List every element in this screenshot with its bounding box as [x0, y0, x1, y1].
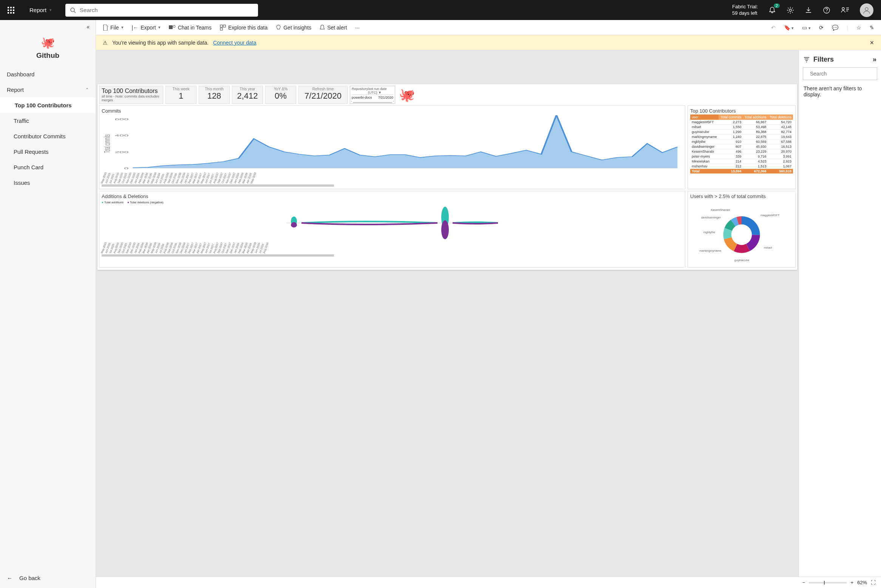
help-button[interactable]	[823, 6, 830, 14]
kpi-yoy[interactable]: YoY Δ%0%	[265, 86, 296, 104]
report-toolbar: File▾ |←Export▾ Chat in Teams Explore th…	[96, 20, 881, 35]
app-name: Github	[0, 51, 96, 60]
more-menu[interactable]: ···	[355, 25, 360, 31]
nav-issues[interactable]: Issues	[0, 175, 96, 190]
explore-icon	[220, 25, 226, 31]
svg-rect-7	[169, 25, 173, 29]
chevron-up-icon: ⌃	[85, 87, 89, 92]
banner-text: You're viewing this app with sample data…	[112, 40, 209, 46]
svg-point-5	[842, 8, 844, 10]
refresh-button[interactable]: ⟳	[819, 25, 824, 31]
back-arrow-icon: ←	[7, 575, 12, 581]
kpi-refresh[interactable]: Refresh time7/21/2020	[298, 86, 348, 104]
app-launcher-icon[interactable]	[8, 7, 14, 14]
filters-empty-message: There aren't any filters to display.	[803, 80, 877, 103]
svg-text:mgblythe: mgblythe	[703, 231, 716, 234]
download-button[interactable]	[805, 6, 812, 14]
svg-point-19	[291, 222, 297, 227]
get-insights-button[interactable]: Get insights	[276, 25, 311, 31]
chat-teams-button[interactable]: Chat in Teams	[169, 25, 212, 31]
filters-search-input[interactable]	[810, 71, 876, 77]
feedback-button[interactable]	[841, 6, 849, 14]
svg-rect-10	[223, 25, 226, 27]
collapse-nav-icon[interactable]: «	[87, 24, 90, 30]
svg-text:0: 0	[124, 167, 128, 170]
users-donut-chart[interactable]: Users with > 2.5% of total commits maggi…	[688, 191, 796, 268]
svg-text:mihart: mihart	[764, 246, 772, 249]
kpi-this-year[interactable]: This year2,412	[232, 86, 263, 104]
zoom-out-button[interactable]: −	[802, 580, 805, 585]
filters-search[interactable]	[803, 67, 877, 80]
nav-traffic[interactable]: Traffic	[0, 113, 96, 128]
filters-title: Filters	[813, 56, 834, 63]
search-icon	[70, 7, 76, 13]
warning-icon: ⚠	[103, 40, 108, 46]
kpi-this-month[interactable]: This month128	[199, 86, 230, 104]
filter-icon	[804, 57, 810, 62]
commits-chart[interactable]: Commits 0200400600Total commits May-2015…	[99, 105, 685, 189]
set-alert-button[interactable]: Set alert	[320, 25, 347, 31]
nav-top-100[interactable]: Top 100 Contributors	[0, 97, 96, 113]
nav-punch-card[interactable]: Punch Card	[0, 159, 96, 175]
zoom-footer: − + 62% ⛶	[96, 577, 881, 588]
chevron-down-icon: ▾	[49, 8, 52, 12]
report-title-tile: Top 100 Contributors all time - Note: co…	[99, 86, 163, 104]
sample-data-banner: ⚠ You're viewing this app with sample da…	[96, 35, 881, 50]
nav-dashboard[interactable]: Dashboard	[0, 67, 96, 82]
top-bar: Report ▾ Fabric Trial: 59 days left 2	[0, 0, 881, 20]
fit-to-page-button[interactable]: ⛶	[871, 580, 876, 585]
notifications-button[interactable]: 2	[768, 6, 776, 14]
view-button[interactable]: ▭ ▾	[802, 25, 811, 31]
favorite-button[interactable]: ☆	[856, 25, 861, 31]
avatar-icon	[862, 6, 871, 14]
kpi-this-week[interactable]: This week1	[165, 86, 196, 104]
gear-icon	[787, 6, 794, 14]
download-icon	[805, 6, 812, 14]
workspace-dropdown[interactable]: Report ▾	[29, 7, 52, 13]
go-back-button[interactable]: ← Go back	[0, 568, 96, 588]
svg-point-8	[173, 25, 175, 28]
file-menu[interactable]: File▾	[103, 25, 124, 31]
nav-report[interactable]: Report ⌃	[0, 82, 96, 97]
help-icon	[823, 6, 830, 14]
svg-text:Total commits: Total commits	[102, 135, 112, 153]
repo-slicer[interactable]: Repositorylast run date (UTC) ▼ powerbi-…	[350, 86, 395, 104]
search-input[interactable]	[80, 7, 253, 13]
app-header: 🐙 Github	[0, 34, 96, 67]
close-banner-icon[interactable]: ✕	[870, 40, 874, 46]
nav-pull-requests[interactable]: Pull Requests	[0, 144, 96, 159]
svg-text:KesemSharabi: KesemSharabi	[711, 208, 730, 212]
explore-data-button[interactable]: Explore this data	[220, 25, 267, 31]
svg-point-4	[826, 11, 827, 12]
svg-point-21	[441, 220, 449, 239]
trial-status: Fabric Trial: 59 days left	[732, 4, 758, 17]
expand-filters-icon[interactable]: »	[873, 56, 876, 63]
global-search[interactable]	[65, 4, 258, 17]
nav-contributor-commits[interactable]: Contributor Commits	[0, 128, 96, 144]
addel-scrollbar[interactable]	[102, 254, 334, 257]
export-menu[interactable]: |←Export▾	[132, 25, 161, 31]
settings-button[interactable]	[787, 6, 794, 14]
account-avatar[interactable]	[860, 3, 873, 17]
undo-button[interactable]: ↶	[771, 25, 776, 31]
workspace-label: Report	[29, 7, 46, 13]
additions-deletions-chart[interactable]: Additions & Deletions Total additionsTot…	[99, 191, 685, 268]
svg-text:davidiseminger: davidiseminger	[701, 216, 721, 219]
svg-text:guyinacube: guyinacube	[734, 258, 750, 262]
connect-data-link[interactable]: Connect your data	[213, 40, 256, 46]
comment-button[interactable]: 💬	[832, 25, 838, 31]
commits-scrollbar[interactable]	[102, 184, 334, 187]
persona-icon	[841, 6, 849, 14]
svg-point-2	[789, 9, 791, 11]
report-canvas[interactable]: Top 100 Contributors all time - Note: co…	[96, 50, 799, 577]
alert-bell-icon	[320, 25, 325, 31]
bookmark-button[interactable]: 🔖 ▾	[784, 25, 794, 31]
github-mascot-icon: 🐙	[397, 86, 416, 104]
contributors-table[interactable]: Top 100 Contributors userTotal commitsTo…	[688, 105, 796, 189]
zoom-in-button[interactable]: +	[850, 580, 853, 585]
teams-icon	[169, 25, 176, 31]
zoom-slider[interactable]	[809, 582, 847, 583]
edit-button[interactable]: ✎	[870, 25, 874, 31]
svg-rect-11	[220, 28, 223, 30]
svg-text:200: 200	[115, 150, 129, 153]
